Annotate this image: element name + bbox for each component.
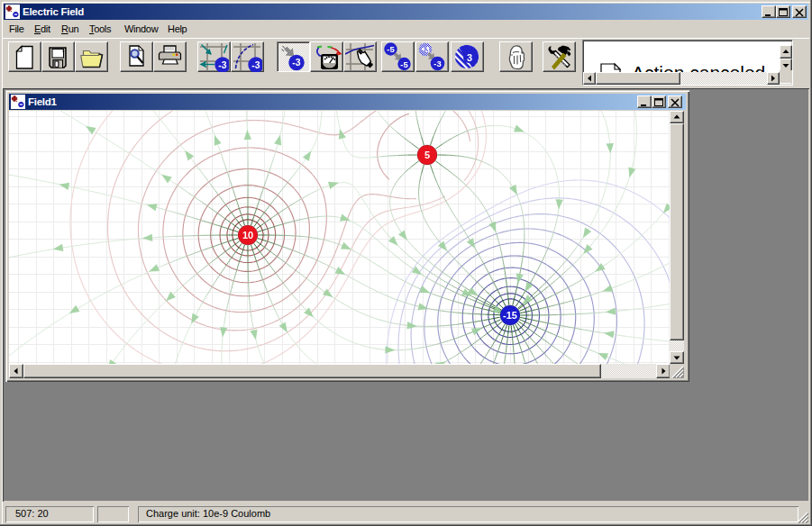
charges-app-icon xyxy=(5,5,20,19)
move-charge-button[interactable] xyxy=(277,41,310,72)
field1-window: Field1 xyxy=(5,90,689,382)
application-window: Electric Field FileEditRunToolsWindowHel… xyxy=(0,0,812,526)
close-button[interactable] xyxy=(792,5,807,18)
message-box: Action canceled xyxy=(582,40,793,86)
menu-item-window[interactable]: Window xyxy=(124,21,158,37)
title-bar[interactable]: Electric Field xyxy=(4,4,808,20)
grab-hand-button[interactable] xyxy=(499,41,533,72)
close-icon xyxy=(669,96,681,107)
scroll-right-button[interactable] xyxy=(767,72,780,85)
size-grip[interactable] xyxy=(670,364,684,378)
mdi-workspace: Field1 xyxy=(3,88,809,502)
field1-title-bar[interactable]: Field1 xyxy=(9,94,686,110)
scroll-down-button[interactable] xyxy=(670,351,684,364)
open-folder-icon xyxy=(77,42,106,72)
big-charge-icon xyxy=(452,42,482,72)
scroll-right-button[interactable] xyxy=(656,364,671,378)
field-vectors-icon xyxy=(199,42,229,72)
h-scrollbar xyxy=(9,364,671,378)
probe-field-button[interactable] xyxy=(343,41,377,72)
save-button[interactable] xyxy=(41,41,75,72)
minimize-button[interactable] xyxy=(762,5,776,18)
scroll-left-button[interactable] xyxy=(9,364,23,378)
field-canvas[interactable] xyxy=(9,111,671,364)
hand-glove-icon xyxy=(501,42,531,72)
minimize-icon xyxy=(762,6,775,17)
v-scrollbar xyxy=(670,111,684,364)
move-charge-icon xyxy=(279,43,309,73)
h-scroll-track[interactable] xyxy=(680,72,767,85)
close-icon xyxy=(793,6,806,17)
h-scroll-thumb[interactable] xyxy=(23,364,601,378)
voltmeter-icon xyxy=(312,42,342,72)
v-scroll-thumb[interactable] xyxy=(670,123,684,340)
print-button[interactable] xyxy=(153,41,187,72)
status-panel-2: Charge unit: 10e-9 Coulomb xyxy=(138,506,798,522)
menu-item-help[interactable]: Help xyxy=(168,21,187,37)
v-scroll-track[interactable] xyxy=(670,340,684,351)
copy-charge-button[interactable] xyxy=(381,41,415,72)
minimize-icon xyxy=(638,96,651,107)
save-icon xyxy=(43,42,73,72)
message-box-content: Action canceled xyxy=(585,42,780,72)
show-field-line-button[interactable] xyxy=(231,41,264,72)
status-size-grip[interactable] xyxy=(797,512,809,523)
h-scroll-track[interactable] xyxy=(601,364,656,378)
minimize-button[interactable] xyxy=(637,95,652,108)
options-button[interactable] xyxy=(543,41,576,72)
print-preview-button[interactable] xyxy=(120,41,153,72)
hammer-wrench-icon xyxy=(544,42,574,72)
page-icon xyxy=(600,63,622,72)
maximize-icon xyxy=(652,96,665,107)
field-line-icon xyxy=(233,42,262,72)
scroll-up-button[interactable] xyxy=(670,111,684,123)
status-panel-0: 507: 20 xyxy=(5,506,94,522)
invert-charge-icon xyxy=(417,42,447,72)
new-document-icon xyxy=(10,42,40,72)
field1-icon[interactable] xyxy=(11,95,25,109)
close-button[interactable] xyxy=(668,95,682,108)
print-icon xyxy=(155,42,185,72)
menu-item-tools[interactable]: Tools xyxy=(89,21,111,37)
menu-item-run[interactable]: Run xyxy=(61,21,78,37)
app-icon[interactable] xyxy=(5,5,20,19)
charges-app-icon xyxy=(11,95,25,109)
scroll-left-button[interactable] xyxy=(583,72,596,85)
window-title: Electric Field xyxy=(23,6,84,17)
charge-density-button[interactable] xyxy=(451,41,484,72)
status-bar: Charge unit: 10e-9 Coulomb507: 20 xyxy=(3,503,809,523)
new-button[interactable] xyxy=(8,41,41,72)
h-scroll-thumb[interactable] xyxy=(596,72,680,85)
open-button[interactable] xyxy=(75,41,108,72)
menu-item-file[interactable]: File xyxy=(9,21,24,37)
menu-item-edit[interactable]: Edit xyxy=(34,21,50,37)
print-preview-icon xyxy=(122,42,151,72)
show-field-vectors-button[interactable] xyxy=(197,41,231,72)
message-text: Action canceled xyxy=(632,63,765,72)
probe-hand-icon xyxy=(345,42,375,72)
field1-title: Field1 xyxy=(28,96,57,107)
maximize-button[interactable] xyxy=(776,5,790,18)
copy-charge-icon xyxy=(383,42,413,72)
status-panel-1 xyxy=(97,506,129,522)
scroll-up-button[interactable] xyxy=(780,45,792,59)
maximize-icon xyxy=(777,6,789,17)
voltmeter-button[interactable] xyxy=(310,41,343,72)
scrollbar-corner xyxy=(780,70,792,83)
maximize-button[interactable] xyxy=(652,95,666,108)
menu-bar: FileEditRunToolsWindowHelp xyxy=(3,21,809,38)
invert-charge-button[interactable] xyxy=(415,41,449,72)
